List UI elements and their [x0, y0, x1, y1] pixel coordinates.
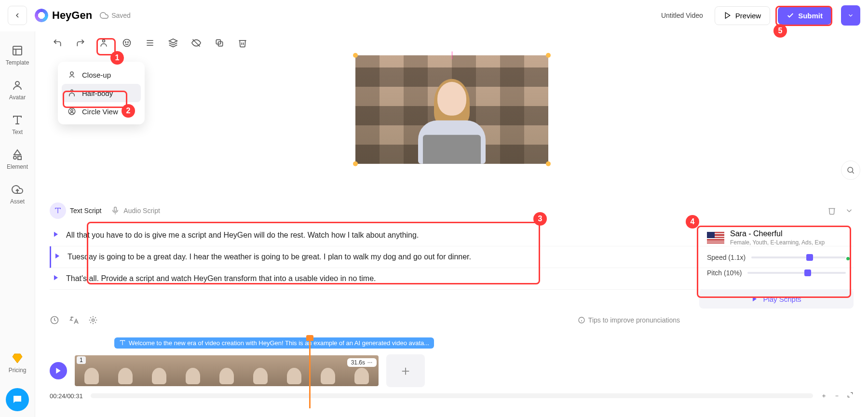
eye-off-icon [191, 38, 201, 48]
svg-point-12 [123, 40, 131, 47]
svg-marker-32 [54, 275, 58, 281]
svg-marker-7 [14, 150, 21, 155]
clip-duration[interactable]: 31.6s [347, 358, 377, 367]
timeline-scrollbar[interactable] [91, 393, 813, 398]
avatar-view-button[interactable] [96, 35, 111, 51]
diamond-icon [12, 352, 23, 364]
chevron-down-icon [847, 12, 854, 19]
sidebar-item-label: Template [6, 59, 29, 66]
svg-point-14 [128, 42, 129, 43]
view-option-closeup[interactable]: Close-up [62, 66, 141, 84]
speed-slider[interactable] [751, 256, 846, 258]
slider-thumb[interactable] [806, 254, 813, 261]
sidebar-item-avatar[interactable]: Avatar [9, 80, 26, 101]
copy-button[interactable] [212, 35, 227, 51]
intercom-button[interactable] [6, 388, 29, 411]
play-scripts-label: Play Scripts [763, 295, 801, 303]
resize-handle[interactable] [353, 53, 358, 58]
circleview-icon [68, 107, 76, 116]
view-option-label: Half-body [82, 89, 113, 97]
layers-button[interactable] [165, 35, 181, 51]
submit-button[interactable]: Submit [778, 7, 831, 25]
play-icon [54, 367, 62, 375]
svg-rect-29 [114, 207, 117, 212]
resize-handle[interactable] [546, 161, 551, 166]
subtitle-text: Welcome to the new era of video creation… [129, 339, 429, 347]
info-icon [578, 316, 585, 324]
tips-button[interactable]: Tips to improve pronunciations [578, 316, 680, 324]
resize-handle[interactable] [546, 53, 551, 58]
tab-audio-script[interactable]: Audio Script [111, 206, 160, 215]
more-icon [367, 360, 373, 365]
video-title[interactable]: Untitled Video [661, 12, 703, 19]
play-line-button[interactable] [54, 251, 61, 261]
play-scripts-button[interactable]: Play Scripts [699, 289, 854, 309]
brand-name: HeyGen [52, 9, 92, 22]
slider-thumb[interactable] [804, 269, 811, 276]
ai-button[interactable] [88, 315, 98, 325]
check-icon [787, 12, 794, 19]
person-icon [99, 38, 108, 48]
svg-point-13 [125, 42, 126, 43]
undo-button[interactable] [50, 35, 65, 51]
svg-point-34 [92, 319, 95, 322]
play-icon [54, 253, 61, 259]
trash-icon [827, 206, 836, 215]
subtitle-chip[interactable]: Welcome to the new era of video creation… [114, 337, 434, 349]
play-line-button[interactable] [53, 273, 59, 283]
closeup-icon [68, 70, 76, 79]
svg-point-25 [71, 90, 73, 92]
svg-marker-0 [725, 13, 730, 18]
play-icon [751, 296, 758, 302]
face-button[interactable] [119, 35, 135, 51]
zoom-out-button[interactable]: － [834, 391, 840, 400]
clip-strip[interactable] [74, 354, 380, 387]
pitch-slider[interactable] [747, 272, 846, 274]
voice-name: Sara - Cheerful [730, 229, 825, 238]
text-icon [12, 114, 23, 126]
visibility-button[interactable] [189, 35, 204, 51]
tab-label: Text Script [70, 207, 101, 215]
sidebar-item-template[interactable]: Template [6, 45, 29, 66]
svg-marker-18 [169, 39, 177, 43]
resize-handle[interactable] [353, 161, 358, 166]
delete-button[interactable] [235, 35, 250, 51]
sidebar-item-asset[interactable]: Asset [10, 184, 25, 205]
brand-logo: HeyGen [35, 9, 92, 22]
sidebar-item-pricing[interactable]: Pricing [9, 352, 27, 374]
submit-menu-button[interactable] [841, 5, 860, 26]
history-button[interactable] [50, 315, 59, 325]
sparkle-icon [88, 315, 98, 325]
zoom-button[interactable] [841, 161, 860, 180]
clock-icon [50, 315, 59, 325]
svg-point-41 [368, 362, 369, 363]
align-button[interactable] [142, 35, 158, 51]
sidebar-item-label: Text [12, 129, 23, 135]
add-clip-button[interactable]: ＋ [386, 354, 425, 387]
template-icon [12, 45, 23, 56]
zoom-in-button[interactable]: ＋ [821, 391, 827, 400]
sidebar-item-element[interactable]: Element [7, 149, 28, 170]
svg-marker-10 [13, 354, 22, 363]
flag-us-icon [707, 232, 724, 243]
svg-point-27 [71, 109, 73, 112]
trash-icon [238, 38, 247, 48]
translate-button[interactable] [69, 315, 79, 325]
tab-text-script[interactable]: Text Script [50, 202, 101, 219]
script-collapse-button[interactable] [845, 206, 854, 215]
view-option-halfbody[interactable]: Half-body [62, 84, 141, 102]
redo-button[interactable] [73, 35, 88, 51]
svg-marker-31 [55, 254, 59, 259]
playhead[interactable] [309, 339, 311, 408]
timeline-play-button[interactable] [50, 362, 67, 379]
avatar-frame[interactable] [355, 55, 548, 164]
play-line-button[interactable] [53, 229, 59, 240]
svg-point-11 [103, 40, 105, 42]
preview-button[interactable]: Preview [715, 6, 770, 25]
sidebar-item-text[interactable]: Text [12, 114, 23, 135]
fit-button[interactable] [847, 391, 854, 400]
canvas-stage[interactable] [35, 54, 868, 180]
back-button[interactable] [8, 6, 27, 25]
script-delete-button[interactable] [827, 206, 836, 215]
speed-label: Speed (1.1x) [707, 254, 746, 261]
